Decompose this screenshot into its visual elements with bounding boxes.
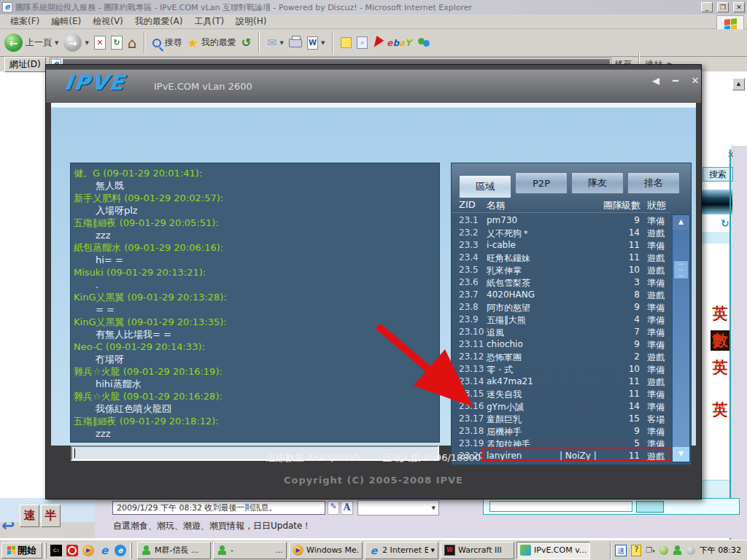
menu-item[interactable]: 檔案(F) — [4, 14, 45, 29]
ime-button[interactable]: 速 — [20, 505, 39, 527]
ime-button[interactable]: 半 — [41, 505, 61, 527]
cmd-icon[interactable] — [50, 545, 62, 556]
edit-button[interactable]: W▼ — [307, 36, 325, 50]
player-row[interactable]: 23.9五殤‖大熊4準備 — [452, 314, 672, 326]
ipve-titlebar[interactable]: IPVE IPvE.COM vLan 2600 ◀ ━ ✕ — [46, 65, 701, 103]
player-row[interactable]: 23.13零・式10準備 — [452, 363, 672, 376]
red-app-icon[interactable] — [66, 545, 78, 556]
player-zid: 23.18 — [459, 426, 484, 436]
player-row[interactable]: 23.18屈機神手9準備 — [452, 425, 672, 438]
player-row[interactable]: 23.11chiochio9準備 — [452, 338, 672, 351]
sidebar-refresh-icon[interactable]: ↻ — [721, 217, 729, 229]
player-level: 9 — [615, 339, 640, 349]
stop-button[interactable]: ✕ — [94, 36, 106, 50]
player-row[interactable]: 23.2乂不死狗＊14遊戲 — [452, 227, 672, 239]
menu-item[interactable]: 編輯(E) — [45, 14, 87, 29]
mail-button[interactable]: ✉▼ — [267, 36, 284, 50]
ipve-minimize-button[interactable]: ━ — [668, 75, 683, 86]
media-player-icon[interactable] — [82, 545, 94, 556]
promo-button[interactable] — [636, 501, 664, 513]
player-tab[interactable]: 隊友 — [571, 172, 624, 194]
page-scroll-up-button[interactable]: ▲ — [732, 78, 745, 90]
emoticon-dropdown[interactable]: ▼ — [357, 500, 439, 516]
player-row[interactable]: 23.74020HANG8遊戲 — [452, 289, 672, 301]
ipve-close-button[interactable]: ✕ — [688, 75, 703, 86]
search-label: 搜尋 — [164, 36, 182, 49]
player-status: 遊戲 — [647, 351, 665, 364]
favorites-button[interactable]: ★我的最愛 — [187, 36, 236, 50]
player-row[interactable]: 23.16gYm小誠14準備 — [452, 400, 672, 413]
taskbar-button[interactable]: M群-信長 ... — [137, 542, 211, 559]
messenger-button[interactable] — [417, 36, 431, 50]
ebay-button[interactable]: ebaY — [387, 38, 411, 48]
player-status: 準備 — [647, 277, 665, 289]
player-tab[interactable]: P2P — [515, 172, 568, 194]
tray-help-icon[interactable]: ? — [631, 545, 641, 556]
font-button[interactable]: A — [341, 501, 353, 515]
menu-item[interactable]: 工具(T) — [188, 14, 230, 29]
player-row[interactable]: 23.6紙包雪梨茶3準備 — [452, 276, 672, 289]
forward-button[interactable]: →▼ — [63, 34, 88, 52]
forward-dropdown-icon[interactable]: ▼ — [85, 40, 88, 46]
scroll-thumb[interactable]: ——— — [673, 260, 689, 279]
player-tab[interactable]: 排名 — [627, 172, 680, 194]
player-row[interactable]: 23.15迷失自我11準備 — [452, 388, 672, 400]
ipve-back-button[interactable]: ◀ — [649, 75, 663, 86]
chat-author-line: KinG乂黑翼 (09-01-29 20:13:35): — [74, 316, 436, 328]
back-dropdown-icon[interactable]: ▼ — [55, 40, 58, 46]
start-button[interactable]: 開始 — [1, 542, 42, 559]
minimize-button[interactable]: _ — [701, 2, 713, 12]
sidebar-search-button[interactable]: 搜索 — [703, 167, 733, 182]
search-button[interactable]: 搜尋 — [152, 36, 182, 49]
taskbar-button[interactable]: 2 Internet E...▼ — [365, 542, 438, 559]
taskbar-button[interactable]: Warcraft III — [441, 542, 514, 559]
player-row[interactable]: 23.17童顏巨乳15客場 — [452, 413, 672, 425]
player-row[interactable]: 23.5乳來伸掌10遊戲 — [452, 264, 672, 276]
tray-volume-icon[interactable] — [686, 546, 695, 555]
tray-ime-icon[interactable]: 速 — [615, 545, 627, 556]
player-row[interactable]: 23.12恐怖軍團2遊戲 — [452, 351, 672, 363]
player-row[interactable]: 23.8阿市的慾望9準備 — [452, 301, 672, 314]
back-button[interactable]: ←上一頁▼ — [4, 34, 58, 52]
player-row[interactable]: 23.10追風7準備 — [452, 326, 672, 338]
player-status: 遊戲 — [647, 289, 665, 302]
player-row[interactable]: 23.4旺角私鐘妹11遊戲 — [452, 252, 672, 264]
player-row[interactable]: 23.14ak47ma2111遊戲 — [452, 376, 672, 388]
tray-messenger-icon[interactable] — [673, 545, 682, 556]
discuss-button[interactable]: ⌕ — [357, 36, 368, 49]
player-row[interactable]: 23.3i-cable11準備 — [452, 239, 672, 252]
menu-item[interactable]: 檢視(V) — [87, 14, 129, 29]
msn-explorer-icon[interactable] — [115, 545, 126, 556]
mail-dropdown-icon[interactable]: ▼ — [280, 40, 284, 46]
history-button[interactable]: ↺ — [241, 36, 251, 50]
player-level: 9 — [615, 215, 640, 225]
taskbar-button-label: M群-信長 ... — [155, 545, 207, 556]
tray-status-icon[interactable] — [659, 546, 668, 555]
taskbar-button[interactable]: Windows Me... — [289, 542, 363, 559]
chat-author-line: KinG乂黑翼 (09-01-29 20:13:28): — [74, 291, 436, 303]
ie-window-title: 團隊系統開始投入服務 - 團隊約戰專區 - IPvE.COM vLan 互聯對戰… — [15, 2, 697, 13]
ie-icon[interactable] — [98, 545, 110, 556]
menu-item[interactable]: 說明(H) — [230, 14, 272, 29]
restore-button[interactable]: ❐ — [717, 2, 729, 12]
ie-icon — [368, 545, 379, 556]
tray-layout-icon[interactable]: ❐▾ — [646, 546, 654, 554]
player-tab[interactable]: 區域 — [459, 175, 511, 198]
notes-button[interactable] — [341, 37, 352, 48]
player-row[interactable]: 23.1pm7309準備 — [452, 214, 672, 227]
handwriting-button[interactable]: ✎ — [328, 501, 339, 515]
scroll-up-button[interactable]: ▲ — [673, 215, 689, 230]
edit-dropdown-icon[interactable]: ▼ — [321, 40, 325, 46]
print-button[interactable] — [289, 39, 302, 47]
chat-message-text: 入場呀plz — [74, 204, 436, 217]
home-button[interactable]: ⌂ — [128, 36, 137, 50]
taskbar-button[interactable]: -... — [213, 542, 287, 559]
close-button[interactable]: ✕ — [733, 2, 745, 12]
refresh-button[interactable]: ↻ — [111, 36, 123, 50]
taskbar-button[interactable]: IPvE.COM v... — [516, 542, 590, 559]
player-scrollbar[interactable]: ▲ ——— ▼ — [672, 214, 690, 462]
promo-input[interactable] — [489, 501, 632, 512]
menu-item[interactable]: 我的最愛(A) — [129, 14, 189, 29]
player-level: 11 — [615, 376, 640, 386]
flash-get-button[interactable] — [371, 36, 384, 50]
